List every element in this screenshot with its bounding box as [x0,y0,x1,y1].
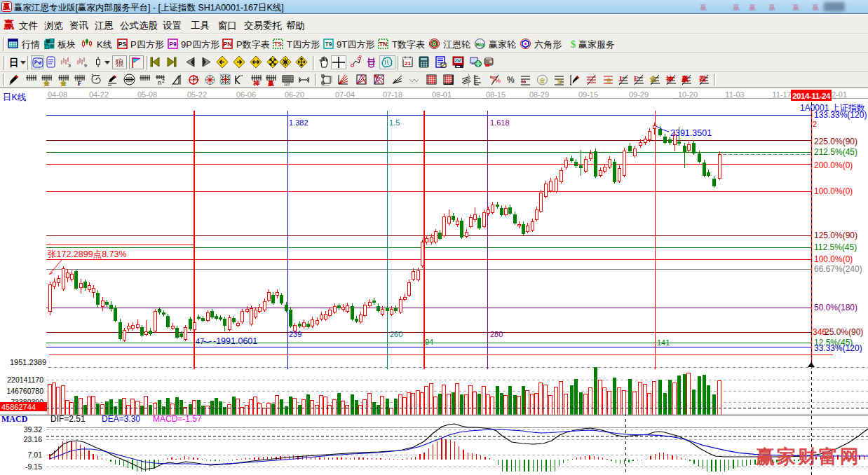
svg-text:F: F [78,80,82,86]
svg-text:DEA=3.30: DEA=3.30 [102,414,140,424]
svg-text:47: 47 [196,337,204,345]
svg-text:2014-11-24: 2014-11-24 [792,92,831,100]
svg-text:146760780: 146760780 [6,387,43,395]
svg-text:狼: 狼 [115,57,124,68]
svg-text:06-06: 06-06 [236,90,256,99]
svg-text:141: 141 [657,338,670,347]
svg-text:05-08: 05-08 [137,90,157,99]
svg-text:125.0%(90): 125.0%(90) [814,230,857,240]
svg-text:日K线: 日K线 [3,92,26,102]
svg-text:08-29: 08-29 [529,90,549,99]
svg-text:05-22: 05-22 [187,90,207,99]
svg-text:39.32: 39.32 [24,425,42,434]
svg-text:神: 神 [252,80,259,86]
svg-text:100.0%(0): 100.0%(0) [814,254,853,264]
svg-text:PS: PS [118,41,127,48]
svg-text:张172.2899点8.73%: 张172.2899点8.73% [48,249,127,259]
svg-text:金: 金 [60,80,67,86]
svg-text:DIF=2.51: DIF=2.51 [50,414,86,424]
svg-text:2391.3501: 2391.3501 [670,128,712,138]
svg-text:金: 金 [649,75,657,83]
svg-text:04-22: 04-22 [89,90,109,99]
svg-text:P9: P9 [169,41,177,48]
svg-text:金: 金 [557,78,563,85]
svg-text:212.5%(45): 212.5%(45) [814,147,857,157]
svg-text:07-18: 07-18 [383,90,402,99]
svg-text:1.618: 1.618 [490,118,510,127]
svg-text:TS: TS [274,41,282,48]
svg-text:F: F [634,75,638,83]
svg-text:04-08: 04-08 [48,90,67,99]
svg-text:PN: PN [224,41,232,48]
svg-text:11-03: 11-03 [725,90,744,99]
svg-text:2-01: 2-01 [832,90,847,99]
svg-text:260: 260 [390,330,402,338]
svg-text:200.0%(0): 200.0%(0) [814,160,853,170]
svg-text:3: 3 [68,63,71,68]
svg-text:1.382: 1.382 [289,118,308,127]
svg-text:Big: Big [475,41,484,48]
svg-text:66.67%(240): 66.67%(240) [814,264,862,274]
svg-text:1.5: 1.5 [389,118,400,127]
svg-text:-9.15: -9.15 [25,462,42,471]
svg-text:-1991.0601: -1991.0601 [213,336,257,346]
svg-text:225.0%(90): 225.0%(90) [814,137,857,146]
svg-text:金: 金 [539,77,545,84]
svg-text:11-17: 11-17 [772,90,791,99]
svg-text:赢: 赢 [267,80,274,86]
svg-text:T9: T9 [325,41,332,48]
svg-text:%: % [521,78,526,85]
svg-text:%: % [507,75,515,85]
svg-text:94: 94 [425,338,433,346]
svg-text:9: 9 [84,63,87,68]
svg-text:J: J [618,75,622,83]
svg-text:7.01: 7.01 [28,450,43,459]
svg-text:2: 2 [162,78,165,83]
svg-text:08-15: 08-15 [486,90,506,99]
svg-text:23.16: 23.16 [24,435,42,443]
svg-text:金: 金 [606,77,612,84]
svg-text:112.5%(45): 112.5%(45) [814,242,857,252]
svg-text:239: 239 [289,330,301,338]
svg-text:神: 神 [665,75,673,83]
svg-text:280: 280 [490,330,503,338]
svg-text:10-20: 10-20 [678,90,698,99]
svg-text:09-29: 09-29 [629,90,649,99]
svg-text:100.0%(0): 100.0%(0) [814,186,853,196]
svg-text:50.0%(180): 50.0%(180) [814,303,857,312]
svg-text:220141170: 220141170 [7,376,43,384]
svg-text:赢家财富网: 赢家财富网 [755,446,861,467]
svg-text:25.0%(90): 25.0%(90) [825,327,863,337]
svg-text:1951.2389: 1951.2389 [10,358,46,366]
svg-text:21: 21 [405,60,411,67]
svg-text:123: 123 [284,82,290,86]
svg-text:TN: TN [379,41,387,48]
svg-text:MACD=-1.57: MACD=-1.57 [153,414,202,424]
svg-text:赢: 赢 [681,75,689,83]
svg-text:2: 2 [813,120,817,128]
svg-text:133.33%(120): 133.33%(120) [814,110,867,120]
svg-text:n: n [158,79,161,86]
svg-text:R: R [359,55,362,59]
svg-text:金: 金 [43,80,50,86]
svg-text:$: $ [571,39,576,49]
svg-text:09-15: 09-15 [578,90,598,99]
svg-text:06-20: 06-20 [285,90,304,99]
svg-text:四: 四 [699,75,706,83]
svg-text:33.33%(120): 33.33%(120) [814,343,862,353]
svg-text:08-01: 08-01 [432,90,452,99]
svg-text:07-04: 07-04 [335,90,355,99]
svg-text:": " [240,74,243,81]
svg-text:45862744: 45862744 [1,403,36,411]
svg-text:MACD: MACD [1,414,28,424]
